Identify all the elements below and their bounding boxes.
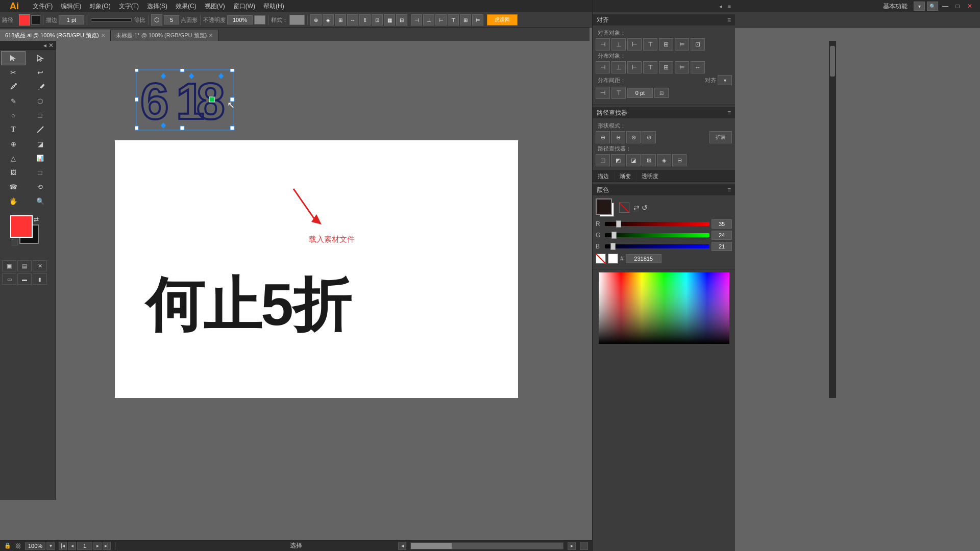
menu-file[interactable]: 文件(F) — [29, 1, 57, 12]
no-color-indicator[interactable] — [619, 203, 629, 213]
menu-help[interactable]: 帮助(H) — [259, 1, 288, 12]
tool-graph[interactable]: 📊 — [28, 151, 53, 165]
tool-type[interactable]: T — [1, 122, 26, 137]
spacing-h-btn[interactable]: ⊣ — [596, 87, 610, 99]
menu-view[interactable]: 视图(V) — [201, 1, 229, 12]
workspace-dropdown[interactable]: ▾ — [914, 2, 925, 11]
pf-crop-btn[interactable]: ⊠ — [642, 154, 656, 166]
vertical-scrollbar[interactable] — [829, 41, 836, 398]
dist-center-v-btn[interactable]: ⊞ — [659, 61, 673, 73]
tool-pencil[interactable] — [28, 80, 53, 94]
page-next-btn[interactable]: ▸ — [93, 542, 102, 550]
dist-left-btn[interactable]: ⊣ — [596, 61, 610, 73]
stroke-color-bg[interactable] — [31, 15, 40, 24]
maximize-button[interactable]: □ — [952, 1, 963, 11]
dist-top-btn[interactable]: ⊤ — [643, 61, 657, 73]
pf-merge-btn[interactable]: ◪ — [626, 154, 641, 166]
dist-center-h-btn[interactable]: ⊥ — [611, 61, 626, 73]
b-slider[interactable] — [605, 244, 709, 248]
tool-lasso[interactable]: ↩ — [28, 65, 53, 80]
rp-collapse-btn[interactable]: ◂ — [717, 4, 724, 9]
screen-mode-normal[interactable]: ▭ — [2, 273, 16, 285]
color-fg-swatch[interactable] — [596, 198, 612, 215]
align-right-icon[interactable]: ⊢ — [435, 14, 447, 26]
stroke-tab[interactable]: 描边 — [593, 171, 615, 182]
tool-measure[interactable]: ⟲ — [28, 180, 53, 194]
align-left-icon[interactable]: ⊣ — [411, 14, 422, 26]
tool-pen[interactable] — [1, 80, 26, 94]
search-btn[interactable]: 🔍 — [927, 2, 938, 11]
toolbar-icon-6[interactable]: ⊡ — [372, 14, 383, 26]
align-to-btn[interactable]: ▾ — [718, 75, 732, 85]
collapse-icon[interactable]: ◂ — [43, 42, 46, 49]
tab-618[interactable]: 618成品.ai @ 100% (RGB/GPU 预览) ✕ — [0, 30, 111, 41]
pf-trim-btn[interactable]: ◩ — [611, 154, 625, 166]
spacing-align-btn[interactable]: ⊡ — [654, 88, 669, 98]
dist-extra-btn[interactable]: ↔ — [691, 61, 705, 73]
align-bottom-icon[interactable]: ⊨ — [472, 14, 483, 26]
r-slider[interactable] — [605, 222, 709, 226]
toolbar-icon-2[interactable]: ◈ — [323, 14, 334, 26]
toolbar-icon-7[interactable]: ▦ — [384, 14, 395, 26]
menu-effect[interactable]: 效果(C) — [172, 1, 201, 12]
workspace-label[interactable]: 基本功能 — [879, 1, 912, 12]
opacity-color-swatch[interactable] — [254, 15, 265, 24]
tool-magic-wand[interactable]: ✂ — [1, 65, 26, 80]
b-slider-thumb[interactable] — [610, 243, 616, 250]
r-slider-thumb[interactable] — [616, 220, 621, 228]
spacing-v-btn[interactable]: ⊤ — [611, 87, 626, 99]
align-center-h-btn[interactable]: ⊥ — [611, 38, 626, 51]
align-top-icon[interactable]: ⊤ — [448, 14, 459, 26]
g-slider-thumb[interactable] — [611, 232, 617, 239]
menu-window[interactable]: 窗口(W) — [229, 1, 259, 12]
close-button[interactable]: ✕ — [965, 1, 975, 11]
menu-edit[interactable]: 编辑(E) — [57, 1, 85, 12]
status-scroll-track[interactable] — [410, 542, 564, 549]
dist-bottom-btn[interactable]: ⊨ — [675, 61, 689, 73]
align-extra-btn[interactable]: ⊡ — [691, 38, 705, 51]
opacity-input[interactable] — [227, 15, 253, 24]
shape-icon[interactable]: ⬡ — [151, 14, 162, 26]
color-spectrum-canvas[interactable] — [599, 272, 729, 344]
pathfinder-menu-icon[interactable]: ≡ — [727, 109, 731, 116]
tab-618-close[interactable]: ✕ — [101, 33, 105, 38]
tool-line[interactable] — [28, 122, 53, 137]
color-swap-icon[interactable]: ⇄ — [633, 204, 640, 212]
zoom-input[interactable] — [25, 542, 45, 550]
tool-artboard[interactable]: 🖼 — [1, 165, 26, 180]
align-left-btn[interactable]: ⊣ — [596, 38, 610, 51]
reset-colors-icon[interactable]: ⬛ — [11, 239, 18, 246]
hex-white-btn[interactable] — [608, 254, 618, 264]
shape-minus-btn[interactable]: ⊖ — [611, 131, 625, 143]
align-center-v-icon[interactable]: ⊞ — [460, 14, 471, 26]
mode-color-btn[interactable]: ▣ — [2, 260, 16, 271]
tool-paintbucket[interactable]: △ — [1, 151, 26, 165]
menu-type[interactable]: 文字(T) — [115, 1, 143, 12]
tool-pan[interactable]: 🖐 — [1, 194, 26, 208]
r-input[interactable] — [712, 219, 732, 229]
tool-direct-select[interactable] — [28, 51, 53, 65]
dist-right-btn[interactable]: ⊢ — [627, 61, 642, 73]
page-first-btn[interactable]: |◂ — [59, 542, 67, 550]
color-panel-header[interactable]: 颜色 ≡ — [593, 184, 735, 195]
tool-rotate[interactable]: ○ — [1, 108, 26, 122]
align-menu-icon[interactable]: ≡ — [727, 16, 731, 23]
tool-blob-brush[interactable]: ✎ — [1, 94, 26, 108]
g-input[interactable] — [712, 231, 732, 240]
screen-mode-full1[interactable]: ▬ — [17, 273, 32, 285]
align-right-btn[interactable]: ⊢ — [627, 38, 642, 51]
hex-no-paint-btn[interactable] — [596, 254, 606, 264]
pathfinder-panel-header[interactable]: 路径查找器 ≡ — [593, 107, 735, 118]
tool-zoom[interactable]: 🔍 — [28, 194, 53, 208]
pf-divide-btn[interactable]: ◫ — [596, 154, 610, 166]
mode-gradient-btn[interactable]: ▤ — [17, 260, 32, 271]
style-preview[interactable] — [289, 15, 305, 25]
zoom-dropdown-btn[interactable]: ▾ — [46, 542, 55, 550]
tool-scale[interactable]: □ — [28, 108, 53, 122]
shape-intersect-btn[interactable]: ⊗ — [626, 131, 641, 143]
gradient-tab[interactable]: 渐变 — [615, 171, 636, 182]
align-center-h-icon[interactable]: ⊥ — [423, 14, 434, 26]
stroke-weight-input[interactable] — [59, 15, 84, 24]
highlight-label[interactable]: 虎课网 — [487, 14, 518, 26]
pf-outline-btn[interactable]: ◈ — [657, 154, 671, 166]
